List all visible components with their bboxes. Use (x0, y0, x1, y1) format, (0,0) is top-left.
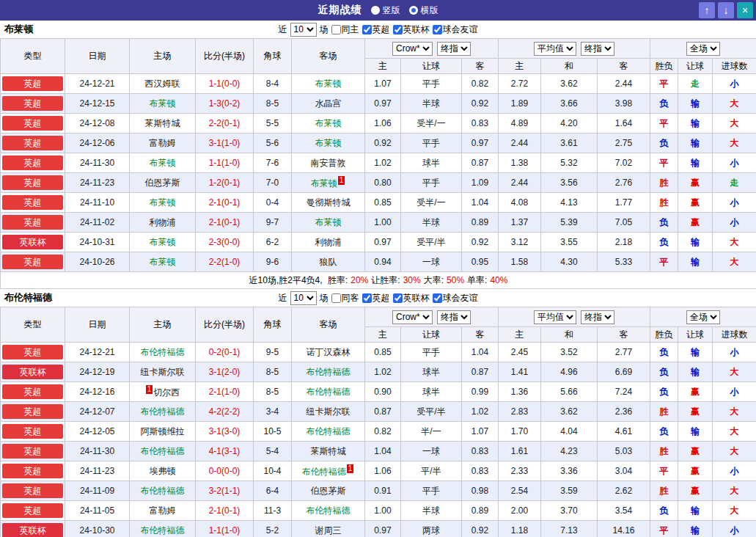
team-label: 利物浦 (315, 237, 342, 247)
filter-option[interactable]: 同主 (331, 23, 359, 36)
final-odds-select[interactable]: 终指 (581, 42, 614, 56)
away-team-cell[interactable]: 水晶宫 (292, 94, 365, 114)
away-team-cell[interactable]: 布伦特福德 (292, 362, 365, 382)
home-team-cell[interactable]: 利物浦 (130, 213, 196, 233)
recent-count-select[interactable]: 10 (290, 291, 317, 305)
result-outcome: 胜 (650, 173, 678, 193)
europe-draw-odds: 4.20 (541, 114, 598, 134)
filter-option[interactable]: 球会友谊 (433, 292, 478, 304)
home-team-cell[interactable]: 莱斯特城 (130, 114, 196, 134)
filter-option[interactable]: 英超 (362, 23, 390, 36)
layout-horizontal-option[interactable]: 横版 (409, 4, 438, 17)
filter-checkbox[interactable] (331, 25, 341, 34)
away-team-cell[interactable]: 布莱顿 (292, 134, 365, 153)
final-odds-select[interactable]: 终指 (437, 42, 471, 56)
date-cell: 24-12-08 (65, 114, 130, 134)
home-team-cell[interactable]: 纽卡斯尔联 (130, 362, 196, 382)
home-team-cell[interactable]: 西汉姆联 (130, 74, 196, 94)
filter-option[interactable]: 英联杯 (393, 23, 430, 36)
europe-home-odds: 2.33 (499, 461, 541, 481)
date-cell: 24-11-09 (65, 481, 130, 501)
final-odds-select[interactable]: 终指 (581, 310, 614, 324)
move-up-button[interactable]: ↑ (699, 2, 715, 18)
away-team-cell[interactable]: 莱斯特城 (292, 442, 365, 461)
away-team-cell[interactable]: 利物浦 (292, 233, 365, 252)
away-team-cell[interactable]: 狼队 (292, 252, 365, 272)
final-odds-select[interactable]: 终指 (437, 310, 471, 324)
handicap-line: 半/一 (401, 422, 462, 442)
asian-odds-group: Crow*终指 (365, 39, 499, 59)
home-team-cell[interactable]: 富勒姆 (130, 501, 196, 521)
bookmaker-select[interactable]: Crow* (392, 42, 433, 56)
team-label: 埃弗顿 (150, 466, 176, 476)
filter-option[interactable]: 英联杯 (393, 292, 430, 304)
filter-checkbox[interactable] (331, 293, 341, 303)
filter-checkbox[interactable] (433, 293, 442, 303)
away-team-cell[interactable]: 布伦特福德 (292, 501, 365, 521)
corners-cell: 9-7 (254, 213, 292, 233)
move-down-button[interactable]: ↓ (718, 2, 734, 18)
league-badge: 英超 (2, 156, 63, 170)
away-team-cell[interactable]: 布莱顿 (292, 114, 365, 134)
away-team-cell[interactable]: 诺丁汉森林 (292, 343, 365, 362)
layout-vertical-option[interactable]: 竖版 (371, 4, 400, 17)
handicap-line: 平手 (401, 173, 462, 193)
away-team-cell[interactable]: 谢周三 (292, 521, 365, 537)
team-label: 布伦特福德 (141, 446, 185, 456)
date-cell: 24-10-30 (65, 521, 130, 537)
horizontal-radio-icon[interactable] (409, 6, 418, 15)
result-outcome: 平 (650, 153, 678, 173)
home-team-cell[interactable]: 布伦特福德 (130, 343, 196, 362)
filter-checkbox[interactable] (393, 25, 403, 34)
home-team-cell[interactable]: 布伦特福德 (130, 481, 196, 501)
home-team-cell[interactable]: 布伦特福德 (130, 402, 196, 422)
away-team-cell[interactable]: 纽卡斯尔联 (292, 402, 365, 422)
home-team-cell[interactable]: 布伦特福德 (130, 442, 196, 461)
home-team-cell[interactable]: 布莱顿 (130, 252, 196, 272)
away-team-cell[interactable]: 布伦特福德 (292, 422, 365, 442)
filter-checkbox[interactable] (393, 293, 403, 303)
vertical-radio-icon[interactable] (371, 6, 380, 15)
filter-option[interactable]: 同客 (331, 292, 359, 304)
score-cell: 2-2(1-0) (196, 252, 254, 272)
europe-draw-odds: 3.62 (541, 74, 598, 94)
home-team-cell[interactable]: 埃弗顿 (130, 461, 196, 481)
filter-checkbox[interactable] (362, 25, 372, 34)
away-team-cell[interactable]: 布伦特福德 (292, 382, 365, 402)
filter-checkbox[interactable] (433, 25, 442, 34)
filter-checkbox[interactable] (362, 293, 372, 303)
close-button[interactable]: × (737, 2, 753, 18)
home-team-cell[interactable]: 布伦特福德 (130, 521, 196, 537)
away-team-cell[interactable]: 南安普敦 (292, 153, 365, 173)
away-team-cell[interactable]: 布莱顿 (292, 213, 365, 233)
handicap-home-odds: 0.80 (365, 173, 401, 193)
home-team-cell[interactable]: 布莱顿 (130, 94, 196, 114)
away-team-cell[interactable]: 伯恩茅斯 (292, 481, 365, 501)
average-select[interactable]: 平均值 (534, 310, 576, 324)
home-team-cell[interactable]: 富勒姆 (130, 134, 196, 153)
sub-column-header: 客 (462, 327, 499, 343)
away-team-cell[interactable]: 布莱顿1 (292, 173, 365, 193)
recent-count-select[interactable]: 10 (290, 23, 317, 37)
bookmaker-select[interactable]: Crow* (392, 310, 433, 324)
scope-select[interactable]: 全场 (686, 310, 720, 324)
home-team-cell[interactable]: 1切尔西 (130, 382, 196, 402)
home-team-cell[interactable]: 布莱顿 (130, 193, 196, 213)
result-handicap: 输 (678, 501, 713, 521)
scope-select[interactable]: 全场 (686, 42, 720, 56)
home-team-cell[interactable]: 布莱顿 (130, 233, 196, 252)
home-team-cell[interactable]: 伯恩茅斯 (130, 173, 196, 193)
handicap-home-odds: 1.04 (365, 442, 401, 461)
handicap-away-odds: 0.82 (462, 74, 499, 94)
filter-label: 英联杯 (403, 292, 430, 304)
home-team-cell[interactable]: 布莱顿 (130, 153, 196, 173)
filter-option[interactable]: 球会友谊 (433, 23, 478, 36)
away-team-cell[interactable]: 布莱顿 (292, 74, 365, 94)
away-team-cell[interactable]: 曼彻斯特城 (292, 193, 365, 213)
filter-option[interactable]: 英超 (362, 292, 390, 304)
home-team-cell[interactable]: 阿斯顿维拉 (130, 422, 196, 442)
average-select[interactable]: 平均值 (534, 42, 576, 56)
away-team-cell[interactable]: 布伦特福德1 (292, 461, 365, 481)
europe-away-odds: 3.98 (598, 94, 650, 114)
handicap-home-odds: 0.85 (365, 193, 401, 213)
